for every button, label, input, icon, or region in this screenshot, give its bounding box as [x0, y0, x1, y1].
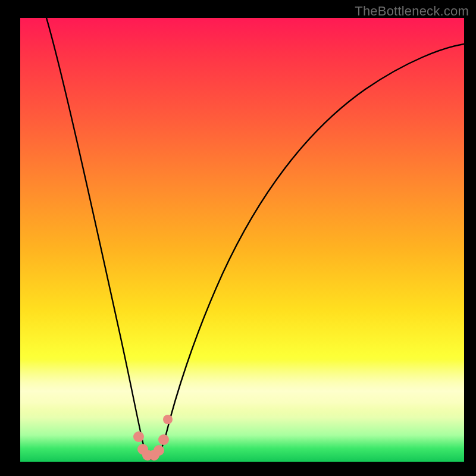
marker-f: [158, 434, 169, 445]
curve-layer: [20, 18, 464, 462]
marker-d: [149, 450, 159, 461]
watermark-text: TheBottleneck.com: [355, 4, 469, 19]
marker-b: [137, 444, 148, 455]
marker-g: [163, 415, 173, 424]
chart-frame: TheBottleneck.com: [0, 0, 476, 476]
bottleneck-curve: [46, 18, 464, 459]
marker-e: [154, 445, 164, 456]
marker-c: [142, 450, 153, 461]
highlight-band: [20, 359, 464, 417]
plot-area: [20, 18, 464, 462]
marker-cluster: [133, 415, 173, 461]
marker-a: [133, 431, 144, 442]
